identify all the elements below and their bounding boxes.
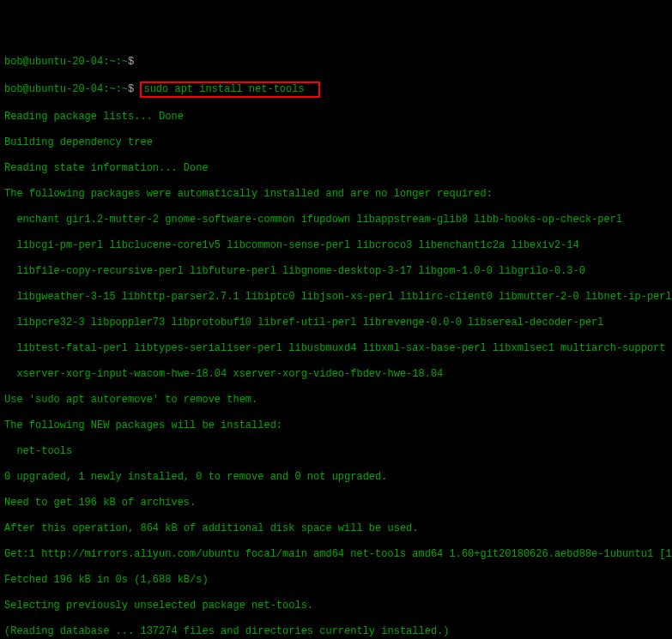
- user-host: bob@ubuntu-20-04:~: [4, 56, 116, 68]
- output-line: Building dependency tree: [4, 136, 668, 149]
- output-line: Use 'sudo apt autoremove' to remove them…: [4, 394, 668, 407]
- dollar-sign: $: [128, 56, 134, 68]
- dollar-sign: $: [128, 83, 134, 95]
- prompt-line: bob@ubuntu-20-04:~:~$: [4, 56, 668, 69]
- output-line: libtest-fatal-perl libtypes-serialiser-p…: [4, 342, 668, 355]
- highlighted-command-1[interactable]: sudo apt install net-tools: [140, 81, 320, 98]
- output-line: The following packages were automaticall…: [4, 188, 668, 201]
- output-line: libgweather-3-15 libhttp-parser2.7.1 lib…: [4, 291, 668, 304]
- output-line: After this operation, 864 kB of addition…: [4, 522, 668, 535]
- install-command: sudo apt install net-tools: [143, 83, 304, 95]
- output-line: The following NEW packages will be insta…: [4, 419, 668, 432]
- output-line: libfile-copy-recursive-perl libfuture-pe…: [4, 265, 668, 278]
- output-line: Get:1 http://mirrors.aliyun.com/ubuntu f…: [4, 548, 668, 561]
- user-host: bob@ubuntu-20-04:~: [4, 83, 116, 95]
- output-line: Fetched 196 kB in 0s (1,688 kB/s): [4, 574, 668, 587]
- output-line: Need to get 196 kB of archives.: [4, 497, 668, 509]
- output-line: 0 upgraded, 1 newly installed, 0 to remo…: [4, 471, 668, 484]
- output-line: Reading state information... Done: [4, 162, 668, 175]
- output-line: Reading package lists... Done: [4, 111, 668, 124]
- output-line: libpcre32-3 libpoppler73 libprotobuf10 l…: [4, 316, 668, 329]
- output-line: libcgi-pm-perl libclucene-core1v5 libcom…: [4, 239, 668, 252]
- prompt-line-cmd1: bob@ubuntu-20-04:~:~$ sudo apt install n…: [4, 81, 668, 98]
- output-line: (Reading database ... 137274 files and d…: [4, 625, 668, 638]
- output-line: Selecting previously unselected package …: [4, 600, 668, 612]
- output-line: enchant gir1.2-mutter-2 gnome-software-c…: [4, 214, 668, 226]
- output-line: net-tools: [4, 445, 668, 458]
- output-line: xserver-xorg-input-wacom-hwe-18.04 xserv…: [4, 368, 668, 381]
